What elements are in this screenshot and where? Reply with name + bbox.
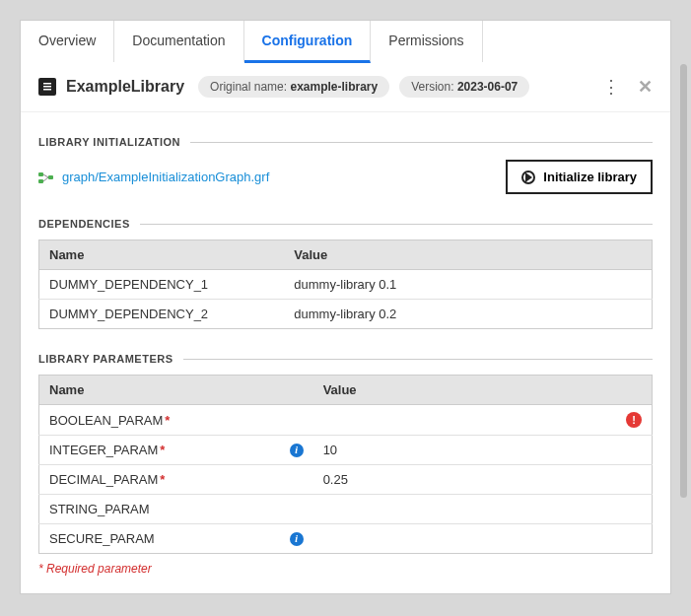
svg-rect-5 [38,179,43,183]
svg-rect-3 [43,89,51,91]
param-name: STRING_PARAM [49,502,150,516]
required-marker: * [160,472,165,487]
library-icon [38,78,56,96]
params-col-value: Value [313,376,653,405]
param-value[interactable] [313,495,616,524]
deps-col-name: Name [39,240,285,270]
param-value[interactable] [313,405,616,436]
table-row[interactable]: BOOLEAN_PARAM*! [39,405,653,436]
dependencies-table: Name Value DUMMY_DEPENDENCY_1dummy-libra… [38,240,653,329]
kebab-menu-icon[interactable]: ⋮ [602,76,620,98]
section-title-params: LIBRARY PARAMETERS [38,353,653,365]
close-icon[interactable]: ✕ [638,76,653,98]
tab-configuration[interactable]: Configuration [244,21,372,63]
deps-col-value: Value [284,240,652,270]
library-header: ExampleLibrary Original name: example-li… [21,62,670,112]
warning-icon[interactable]: ! [626,412,642,428]
svg-rect-4 [38,172,43,176]
dep-value: dummy-library 0.1 [284,270,652,300]
params-col-name: Name [39,376,313,405]
tab-documentation[interactable]: Documentation [114,21,243,62]
tab-bar: Overview Documentation Configuration Per… [21,21,670,62]
version-chip: Version: 2023-06-07 [399,76,529,98]
scrollbar[interactable] [680,64,687,498]
table-row: DUMMY_DEPENDENCY_2dummy-library 0.2 [39,300,653,329]
parameters-table: Name Value BOOLEAN_PARAM*!INTEGER_PARAM*… [38,375,653,554]
initialize-library-button[interactable]: Initialize library [506,160,653,194]
param-name: SECURE_PARAM [49,531,155,546]
svg-rect-2 [43,86,51,88]
dep-name: DUMMY_DEPENDENCY_1 [39,270,285,300]
required-footnote: * Required parameter [38,562,653,576]
param-value[interactable]: 10 [313,436,616,465]
init-graph-link[interactable]: graph/ExampleInitializationGraph.grf [62,170,269,184]
table-row: DUMMY_DEPENDENCY_1dummy-library 0.1 [39,270,653,300]
table-row[interactable]: STRING_PARAM [39,495,653,524]
library-name: ExampleLibrary [66,78,184,96]
table-row[interactable]: SECURE_PARAMi [39,524,653,554]
table-row[interactable]: DECIMAL_PARAM*0.25 [39,465,653,495]
required-marker: * [160,443,165,457]
svg-rect-1 [43,83,51,85]
tab-overview[interactable]: Overview [21,21,114,62]
dep-name: DUMMY_DEPENDENCY_2 [39,300,285,329]
param-value[interactable]: 0.25 [313,465,616,495]
info-icon[interactable]: i [290,532,304,546]
param-name: INTEGER_PARAM [49,443,158,457]
svg-rect-6 [48,175,53,179]
info-icon[interactable]: i [290,444,304,457]
param-name: BOOLEAN_PARAM [49,413,163,428]
tab-permissions[interactable]: Permissions [371,21,482,62]
required-marker: * [165,413,170,428]
param-value[interactable] [313,524,616,554]
section-title-deps: DEPENDENCIES [38,218,653,230]
graph-icon [38,171,54,184]
original-name-chip: Original name: example-library [198,76,389,98]
table-row[interactable]: INTEGER_PARAM*i10 [39,436,653,465]
section-title-init: LIBRARY INITIALIZATION [38,136,653,148]
play-icon [521,171,535,184]
dep-value: dummy-library 0.2 [284,300,652,329]
param-name: DECIMAL_PARAM [49,472,158,487]
